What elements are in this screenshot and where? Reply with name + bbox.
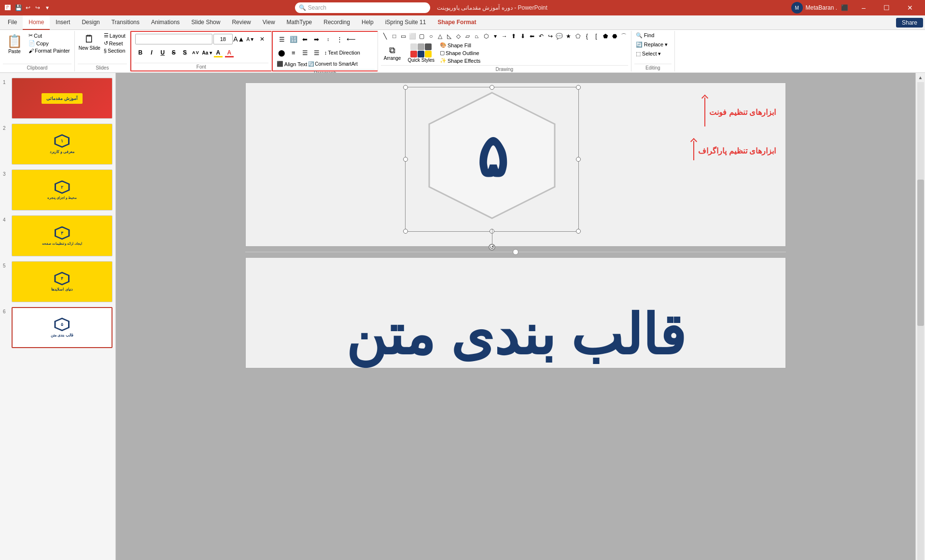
shape-fill-button[interactable]: 🎨Shape Fill — [438, 42, 482, 49]
font-size-input[interactable] — [213, 34, 233, 44]
shape-up-arrow[interactable]: ⬆ — [509, 32, 518, 41]
font-color-button[interactable]: A — [224, 47, 235, 58]
handle-ml[interactable] — [403, 157, 408, 162]
decrease-font-button[interactable]: A▼ — [245, 34, 256, 44]
slide-thumb-1[interactable]: 1 آموزش مقدماتی — [2, 77, 113, 120]
share-button[interactable]: Share — [896, 18, 923, 28]
slide-thumb-4[interactable]: 4 ۳ ایجاد، ارائه و تنظیمات صفحه — [2, 214, 113, 257]
clear-format-button[interactable]: ✕ — [257, 34, 267, 44]
shape-left-arrow[interactable]: ⬅ — [528, 32, 536, 41]
replace-button[interactable]: 🔄 Replace ▾ — [634, 41, 669, 48]
tab-mathtype[interactable]: MathType — [281, 15, 318, 30]
minimize-button[interactable]: – — [853, 0, 875, 15]
slide-preview-2[interactable]: ۱ معرفی و کاربرد — [12, 124, 112, 165]
slide-preview-6[interactable]: ۵ قالب بندی متن — [12, 307, 112, 348]
slide-preview-5[interactable]: ۴ دنیای اسلایدها — [12, 261, 112, 302]
section-button[interactable]: §Section — [102, 47, 127, 54]
tab-design[interactable]: Design — [76, 15, 105, 30]
rtl-button[interactable]: ⟵ — [346, 34, 357, 44]
shape-parallelogram[interactable]: ▱ — [463, 32, 472, 41]
columns-button[interactable]: ⋮ — [335, 34, 345, 44]
change-case-button[interactable]: Aa ▾ — [202, 47, 212, 58]
scroll-thumb[interactable] — [917, 180, 924, 326]
shape-rect2[interactable]: ▭ — [399, 32, 408, 41]
new-slide-button[interactable]: 🗒 New Slide — [78, 32, 101, 52]
canvas-area[interactable]: ابزارهای تنظیم فونت ابزارهای تنظیم پاراگ… — [116, 73, 915, 560]
shape-line[interactable]: ╲ — [381, 32, 390, 41]
format-painter-button[interactable]: 🖌Format Painter — [27, 47, 71, 54]
slide-panel[interactable]: 1 آموزش مقدماتی 2 ۱ معرفی و کاربرد — [0, 73, 116, 560]
shape-rect3[interactable]: ⬜ — [408, 32, 417, 41]
handle-mr[interactable] — [576, 157, 581, 162]
justify-button[interactable]: ☰ — [311, 47, 322, 58]
line-spacing-button[interactable]: ↕ — [323, 34, 334, 44]
rotate-handle[interactable]: ↺ — [489, 229, 495, 251]
cut-button[interactable]: ✂Cut — [27, 32, 71, 39]
divider-handle[interactable] — [513, 249, 519, 255]
copy-button[interactable]: 📄Copy — [27, 40, 71, 47]
align-left-button[interactable]: ⬤ — [277, 47, 287, 58]
slide-preview-4[interactable]: ۳ ایجاد، ارائه و تنظیمات صفحه — [12, 215, 112, 256]
handle-tr[interactable] — [576, 85, 581, 90]
shape-custom3[interactable]: ⌒ — [619, 32, 628, 41]
shape-more[interactable]: ▾ — [491, 32, 500, 41]
tab-ispring[interactable]: iSpring Suite 11 — [379, 15, 432, 30]
customize-icon[interactable]: ▾ — [43, 4, 51, 12]
tab-insert[interactable]: Insert — [50, 15, 76, 30]
tab-file[interactable]: File — [2, 15, 23, 30]
increase-font-button[interactable]: A▲ — [234, 34, 244, 44]
scroll-up-arrow[interactable]: ▲ — [918, 75, 923, 80]
shape-custom2[interactable]: ⬣ — [610, 32, 619, 41]
quick-styles-button[interactable]: Quick Styles — [406, 42, 436, 64]
shape-right-tri[interactable]: ◺ — [445, 32, 454, 41]
hexagon-container[interactable]: ۵ — [420, 88, 564, 224]
handle-bl[interactable] — [403, 229, 408, 234]
shape-curve-arrow[interactable]: ↶ — [537, 32, 546, 41]
shape-pentagon[interactable]: ⬠ — [574, 32, 582, 41]
slide-thumb-3[interactable]: 3 ۲ محیط و اجزای پنجره — [2, 168, 113, 211]
slide-preview-1[interactable]: آموزش مقدماتی — [12, 78, 112, 119]
font-name-input[interactable] — [135, 34, 212, 44]
shape-effects-button[interactable]: ✨Shape Effects — [438, 57, 482, 64]
bullets-button[interactable]: ☰ — [277, 34, 287, 44]
tab-slideshow[interactable]: Slide Show — [185, 15, 226, 30]
highlight-color-button[interactable]: A — [213, 47, 224, 58]
shape-custom1[interactable]: ⬟ — [601, 32, 610, 41]
convert-smartart-button[interactable]: 🔄Convert to SmartArt — [308, 61, 357, 67]
shape-bracket[interactable]: [ — [592, 32, 601, 41]
shape-star[interactable]: ★ — [564, 32, 573, 41]
slide-thumb-2[interactable]: 2 ۱ معرفی و کاربرد — [2, 123, 113, 166]
strikethrough-button[interactable]: S — [168, 47, 179, 58]
shape-brace[interactable]: { — [583, 32, 591, 41]
undo-icon[interactable]: ↩ — [24, 4, 32, 12]
shape-bent-arrow[interactable]: ↪ — [546, 32, 555, 41]
underline-button[interactable]: U — [157, 47, 168, 58]
tab-view[interactable]: View — [257, 15, 281, 30]
shape-diamond[interactable]: ◇ — [454, 32, 463, 41]
align-text-button[interactable]: ⬛Align Text — [277, 61, 308, 67]
ribbon-display-icon[interactable]: ⬛ — [841, 4, 849, 12]
char-spacing-button[interactable]: AV — [191, 47, 201, 58]
tab-home[interactable]: Home — [23, 15, 50, 30]
shape-hex[interactable]: ⬡ — [482, 32, 491, 41]
tab-transitions[interactable]: Transitions — [106, 15, 145, 30]
bottom-slide-canvas[interactable]: قالب بندی متن — [245, 257, 786, 368]
maximize-button[interactable]: ☐ — [876, 0, 898, 15]
slide-thumb-5[interactable]: 5 ۴ دنیای اسلایدها — [2, 260, 113, 303]
align-center-button[interactable]: ≡ — [288, 47, 299, 58]
tab-review[interactable]: Review — [226, 15, 256, 30]
search-box[interactable]: 🔍 Search — [295, 2, 430, 13]
shadow-button[interactable]: S — [180, 47, 190, 58]
increase-indent-button[interactable]: ➡ — [311, 34, 322, 44]
shape-trapezoid[interactable]: ⏢ — [473, 32, 481, 41]
reset-button[interactable]: ↺Reset — [102, 40, 127, 47]
tab-help[interactable]: Help — [356, 15, 379, 30]
shape-down-arrow[interactable]: ⬇ — [519, 32, 527, 41]
italic-button[interactable]: I — [146, 47, 157, 58]
shape-triangle[interactable]: △ — [436, 32, 445, 41]
bold-button[interactable]: B — [135, 47, 146, 58]
layout-button[interactable]: ☰Layout — [102, 32, 127, 39]
handle-tl[interactable] — [403, 85, 408, 90]
paste-button[interactable]: 📋 Paste — [3, 32, 26, 56]
slide-preview-3[interactable]: ۲ محیط و اجزای پنجره — [12, 169, 112, 210]
